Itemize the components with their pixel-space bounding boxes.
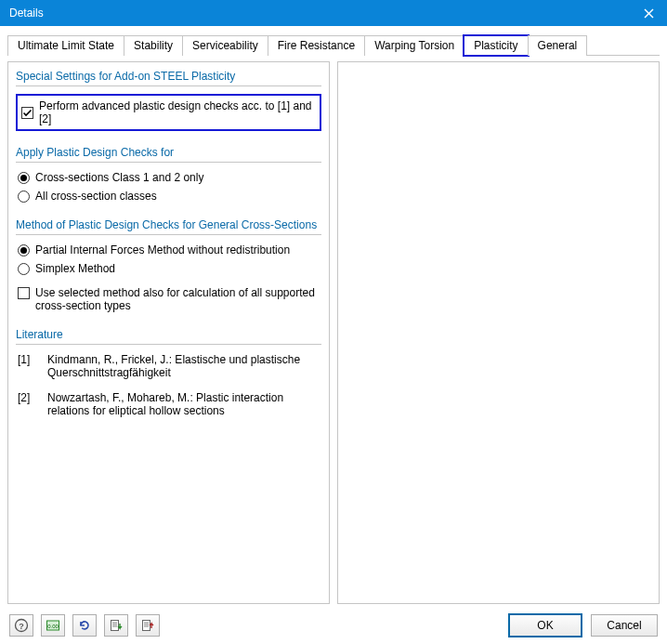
tab-serviceability[interactable]: Serviceability <box>182 35 268 56</box>
reset-icon <box>77 618 92 633</box>
profile-save-icon <box>140 618 155 633</box>
group-literature: Literature [1] Kindmann, R., Frickel, J.… <box>16 328 321 427</box>
tab-ultimate-limit-state[interactable]: Ultimate Limit State <box>7 35 124 56</box>
literature-text: Kindmann, R., Frickel, J.: Elastische un… <box>47 353 321 379</box>
checkbox-row-use-also[interactable]: Use selected method also for calculation… <box>16 283 321 315</box>
footer-right-buttons: OK Cancel <box>509 614 658 637</box>
tab-plasticity[interactable]: Plasticity <box>464 35 528 56</box>
separator <box>16 162 321 163</box>
svg-text:?: ? <box>19 622 24 631</box>
close-button[interactable] <box>630 0 667 26</box>
group-title-method: Method of Plastic Design Checks for Gene… <box>16 218 321 231</box>
radio-label-pifm: Partial Internal Forces Method without r… <box>35 243 290 256</box>
radio-row-pifm[interactable]: Partial Internal Forces Method without r… <box>16 241 321 259</box>
tab-general[interactable]: General <box>528 35 588 56</box>
literature-text: Nowzartash, F., Mohareb, M.: Plastic int… <box>47 391 321 417</box>
radio-dot-icon <box>20 175 27 181</box>
tab-warping-torsion[interactable]: Warping Torsion <box>364 35 464 56</box>
separator <box>16 234 321 235</box>
radio-label-all-classes: All cross-section classes <box>35 190 157 203</box>
group-title-special: Special Settings for Add-on STEEL Plasti… <box>16 70 321 83</box>
radio-label-simplex: Simplex Method <box>35 262 115 275</box>
literature-item: [2] Nowzartash, F., Mohareb, M.: Plastic… <box>16 388 321 427</box>
profile-save-button[interactable] <box>136 614 160 637</box>
radio-label-class-1-2: Cross-sections Class 1 and 2 only <box>35 171 203 184</box>
svg-text:0.00: 0.00 <box>47 624 59 629</box>
svg-rect-7 <box>143 621 150 631</box>
radio-class-1-2[interactable] <box>18 172 30 184</box>
group-title-apply: Apply Plastic Design Checks for <box>16 146 321 159</box>
footer-left-icons: ? 0.00 <box>9 614 160 637</box>
checkbox-label-use-also-wrap: Use selected method also for calculation… <box>35 286 315 312</box>
content-area: Special Settings for Add-on STEEL Plasti… <box>0 56 667 611</box>
profile-load-icon <box>109 618 124 633</box>
reset-button[interactable] <box>72 614 97 637</box>
right-column <box>337 61 660 604</box>
close-icon <box>644 8 654 19</box>
cancel-label: Cancel <box>607 619 641 632</box>
units-button[interactable]: 0.00 <box>41 614 65 637</box>
tab-bar: Ultimate Limit State Stability Serviceab… <box>7 33 660 56</box>
literature-list: [1] Kindmann, R., Frickel, J.: Elastisch… <box>16 350 321 427</box>
highlighted-checkbox-row: Perform advanced plastic design checks a… <box>16 94 321 131</box>
ok-label: OK <box>537 619 553 632</box>
radio-row-all-classes[interactable]: All cross-section classes <box>16 187 321 205</box>
window-title: Details <box>9 7 44 20</box>
radio-dot-icon <box>20 247 27 254</box>
tab-stability[interactable]: Stability <box>124 35 183 56</box>
group-title-literature: Literature <box>16 328 321 341</box>
left-column: Special Settings for Add-on STEEL Plasti… <box>7 61 330 604</box>
checkbox-label-use-also-line1: Use selected method also for calculation… <box>35 286 315 299</box>
literature-num: [1] <box>18 353 38 366</box>
radio-row-simplex[interactable]: Simplex Method <box>16 259 321 278</box>
units-icon: 0.00 <box>46 618 60 633</box>
literature-item: [1] Kindmann, R., Frickel, J.: Elastisch… <box>16 350 321 388</box>
literature-num: [2] <box>18 391 38 404</box>
footer: ? 0.00 <box>0 607 667 644</box>
checkmark-icon <box>22 108 33 118</box>
radio-all-classes[interactable] <box>18 191 30 203</box>
svg-rect-6 <box>111 621 119 631</box>
separator <box>16 85 321 86</box>
radio-row-class-1-2[interactable]: Cross-sections Class 1 and 2 only <box>16 168 321 187</box>
tab-fire-resistance[interactable]: Fire Resistance <box>268 35 365 56</box>
group-special-settings: Special Settings for Add-on STEEL Plasti… <box>16 70 321 133</box>
separator <box>16 344 321 345</box>
help-icon: ? <box>14 618 29 633</box>
radio-pifm[interactable] <box>18 244 30 256</box>
checkbox-perform-advanced[interactable] <box>21 107 33 119</box>
checkbox-use-also[interactable] <box>18 287 30 299</box>
cancel-button[interactable]: Cancel <box>591 614 658 637</box>
help-button[interactable]: ? <box>9 614 33 637</box>
radio-simplex[interactable] <box>18 263 30 275</box>
ok-button[interactable]: OK <box>509 614 582 637</box>
titlebar: Details <box>0 0 667 26</box>
checkbox-label-use-also-line2: cross-section types <box>35 299 131 312</box>
group-method: Method of Plastic Design Checks for Gene… <box>16 218 321 315</box>
group-apply: Apply Plastic Design Checks for Cross-se… <box>16 146 321 205</box>
profile-load-button[interactable] <box>104 614 128 637</box>
checkbox-label-perform-advanced: Perform advanced plastic design checks a… <box>39 99 314 125</box>
